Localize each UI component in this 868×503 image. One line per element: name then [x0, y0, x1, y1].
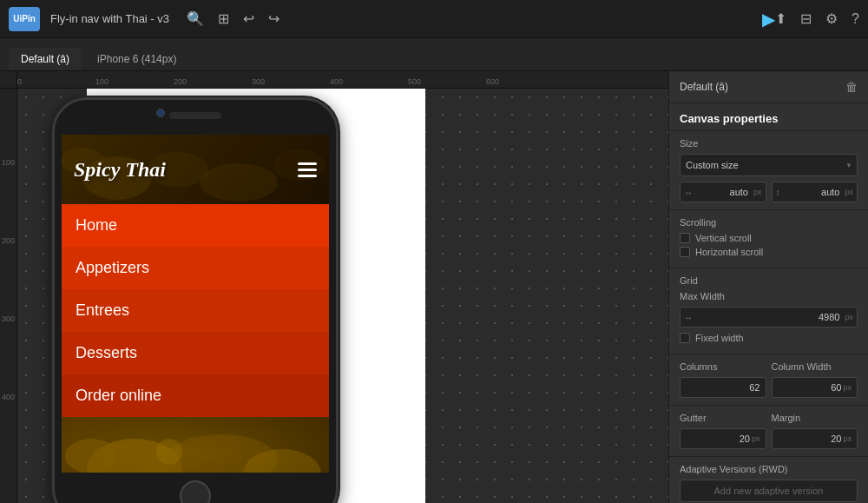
- menu-item-appetizers[interactable]: Appetizers: [62, 247, 329, 289]
- project-title: Fly-in nav with Thai - v3: [50, 12, 169, 25]
- canvas-content: Spicy Thai Home Appetizers Entrees: [17, 89, 668, 503]
- height-input[interactable]: ↕ auto px: [772, 182, 858, 202]
- column-width-label: Column Width: [772, 361, 858, 372]
- play-button[interactable]: ▶: [762, 9, 775, 30]
- columns-value: 62: [749, 382, 760, 393]
- columns-label: Columns: [680, 361, 766, 372]
- height-value: auto: [784, 187, 842, 197]
- menu-item-order-online[interactable]: Order online: [62, 374, 329, 417]
- toolbar-right-icons: ⬆ ⊟ ⚙ ?: [775, 10, 859, 27]
- panel-header: Default (â) 🗑: [669, 71, 868, 103]
- fixed-width-label: Fixed width: [695, 333, 744, 343]
- gutter-unit: px: [752, 434, 760, 443]
- tab-bar: Default (â) iPhone 6 (414px): [0, 38, 868, 71]
- column-width-field-group: Column Width 60 px: [772, 361, 858, 398]
- vertical-scroll-label: Vertical scroll: [695, 233, 752, 243]
- gutter-input[interactable]: 20 px: [680, 428, 766, 449]
- panel-header-title: Default (â): [680, 81, 728, 93]
- phone-home-button[interactable]: [180, 480, 211, 503]
- phone-device: Spicy Thai Home Appetizers Entrees: [52, 97, 339, 503]
- scrolling-property-group: Scrolling Vertical scroll Horizontal scr…: [669, 210, 868, 268]
- size-property-group: Size Custom size ↔ auto px ↕ auto px: [669, 131, 868, 210]
- columns-input[interactable]: 62: [680, 377, 766, 398]
- nav-header: Spicy Thai: [62, 135, 329, 204]
- margin-label: Margin: [772, 413, 858, 423]
- nav-menu-list: Home Appetizers Entrees Desserts Order o…: [62, 204, 329, 417]
- width-unit: px: [750, 188, 766, 196]
- canvas-area[interactable]: 0 100 200 300 400 500 600 100 200 300 40…: [0, 71, 668, 503]
- hamburger-line-1: [298, 162, 317, 165]
- nav-restaurant-title: Spicy Thai: [74, 158, 166, 182]
- settings-icon[interactable]: ⚙: [825, 10, 838, 27]
- svg-point-9: [156, 439, 182, 465]
- scrolling-label: Scrolling: [680, 217, 858, 228]
- phone-mockup-container: Spicy Thai Home Appetizers Entrees: [52, 97, 339, 503]
- vertical-scroll-checkbox[interactable]: [680, 233, 690, 243]
- size-select[interactable]: Custom size: [680, 154, 858, 176]
- menu-item-desserts[interactable]: Desserts: [62, 332, 329, 374]
- margin-field-group: Margin 20 px: [772, 413, 858, 449]
- undo-icon[interactable]: ↩: [243, 10, 254, 27]
- food-image-svg: [62, 417, 329, 473]
- toolbar-center: ▶: [762, 9, 775, 30]
- margin-input[interactable]: 20 px: [772, 428, 858, 449]
- max-width-icon: ↔: [681, 313, 696, 322]
- columns-field-group: Columns 62: [680, 361, 766, 398]
- hamburger-menu-button[interactable]: [298, 162, 317, 177]
- width-value: auto: [696, 187, 750, 197]
- max-width-input[interactable]: ↔ 4980 px: [680, 307, 858, 328]
- export-icon[interactable]: ⬆: [775, 10, 786, 27]
- fixed-width-checkbox[interactable]: [680, 333, 690, 343]
- tab-iphone6[interactable]: iPhone 6 (414px): [85, 48, 188, 70]
- horizontal-scroll-row: Horizontal scroll: [680, 247, 858, 257]
- horizontal-scroll-checkbox[interactable]: [680, 247, 690, 257]
- main-area: 0 100 200 300 400 500 600 100 200 300 40…: [0, 71, 868, 503]
- nav-food-image: [62, 417, 329, 473]
- height-icon: ↕: [773, 188, 784, 197]
- gutter-margin-property-group: Gutter 20 px Margin 20 px: [669, 406, 868, 457]
- canvas-properties-title: Canvas properties: [669, 103, 868, 131]
- toolbar: UiPin Fly-in nav with Thai - v3 🔍 ⊞ ↩ ↪ …: [0, 0, 868, 38]
- adaptive-versions-group: Adaptive Versions (RWD) Add new adaptive…: [669, 457, 868, 503]
- gutter-label: Gutter: [680, 413, 766, 423]
- svg-point-8: [65, 439, 117, 473]
- max-width-label: Max Width: [680, 291, 858, 301]
- width-input[interactable]: ↔ auto px: [680, 182, 766, 202]
- right-panel: Default (â) 🗑 Canvas properties Size Cus…: [668, 71, 868, 503]
- column-width-input[interactable]: 60 px: [772, 377, 858, 398]
- ruler-corner: [0, 71, 17, 89]
- hamburger-line-3: [298, 175, 317, 177]
- vertical-scroll-row: Vertical scroll: [680, 233, 858, 243]
- size-select-wrapper[interactable]: Custom size: [680, 154, 858, 176]
- tab-default[interactable]: Default (â): [9, 48, 82, 70]
- menu-item-entrees[interactable]: Entrees: [62, 289, 329, 332]
- max-width-value: 4980: [696, 312, 841, 322]
- menu-item-home[interactable]: Home: [62, 204, 329, 247]
- width-icon: ↔: [681, 188, 696, 197]
- panel-delete-icon[interactable]: 🗑: [845, 80, 858, 94]
- help-icon[interactable]: ?: [852, 11, 859, 27]
- svg-point-2: [200, 163, 278, 202]
- column-width-value: 60: [831, 382, 841, 393]
- layout-icon[interactable]: ⊞: [218, 10, 229, 27]
- share-icon[interactable]: ⊟: [800, 10, 812, 27]
- app-logo: UiPin: [9, 7, 40, 31]
- toolbar-left-icons: 🔍 ⊞ ↩ ↪: [187, 10, 762, 27]
- grid-label: Grid: [680, 275, 858, 286]
- phone-camera: [156, 109, 165, 117]
- margin-value: 20: [831, 434, 841, 444]
- add-adaptive-version-button[interactable]: Add new adaptive version: [680, 480, 858, 502]
- hamburger-line-2: [298, 169, 317, 171]
- redo-icon[interactable]: ↪: [268, 10, 279, 27]
- ruler-top: 0 100 200 300 400 500 600: [17, 71, 668, 89]
- gutter-margin-row: Gutter 20 px Margin 20 px: [680, 413, 858, 449]
- gutter-field-group: Gutter 20 px: [680, 413, 766, 449]
- ruler-left: 100 200 300 400: [0, 89, 17, 503]
- search-icon[interactable]: 🔍: [187, 10, 204, 27]
- max-width-unit: px: [841, 313, 857, 321]
- horizontal-scroll-label: Horizontal scroll: [695, 247, 763, 257]
- size-dimensions-row: ↔ auto px ↕ auto px: [680, 182, 858, 202]
- adaptive-versions-label: Adaptive Versions (RWD): [680, 464, 858, 474]
- fixed-width-row: Fixed width: [680, 333, 858, 343]
- gutter-value: 20: [740, 434, 750, 444]
